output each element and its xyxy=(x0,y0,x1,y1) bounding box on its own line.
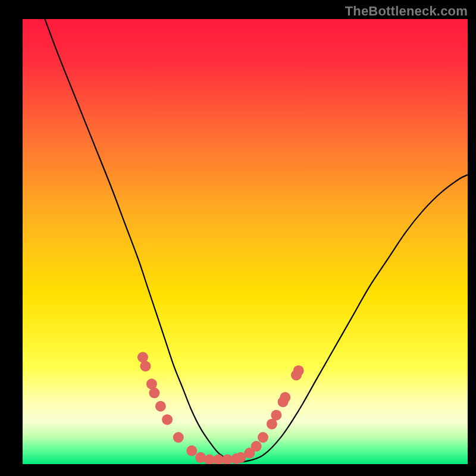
marker-dot xyxy=(173,432,184,443)
marker-dot xyxy=(149,387,159,398)
marker-dot xyxy=(195,452,206,463)
marker-dot xyxy=(155,401,166,412)
chart-frame: TheBottleneck.com xyxy=(0,0,476,476)
marker-dot xyxy=(140,361,151,371)
marker-dot xyxy=(186,446,197,456)
marker-dot xyxy=(258,432,268,443)
marker-dot xyxy=(162,414,173,425)
marker-dot xyxy=(293,365,304,376)
plot-svg xyxy=(23,19,468,464)
marker-dot xyxy=(271,410,281,421)
marker-dot xyxy=(251,441,262,452)
marker-dot xyxy=(280,392,290,403)
watermark-text: TheBottleneck.com xyxy=(345,4,468,19)
plot-area xyxy=(23,19,468,464)
gradient-background xyxy=(23,19,468,464)
